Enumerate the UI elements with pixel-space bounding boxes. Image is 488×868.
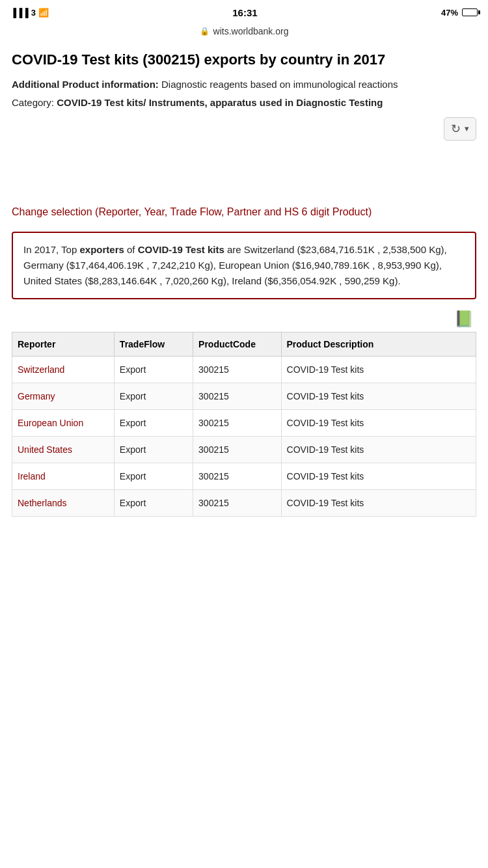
category-value: COVID-19 Test kits/ Instruments, apparat… — [57, 97, 383, 108]
battery-area: 47% — [441, 8, 478, 18]
tradeflow-cell: Export — [114, 383, 193, 409]
productcode-cell: 300215 — [193, 463, 281, 489]
tradeflow-cell: Export — [114, 489, 193, 516]
productcode-cell: 300215 — [193, 436, 281, 463]
signal-bars: ▐▐▐ — [10, 8, 29, 18]
refresh-icon: ↻ — [451, 122, 461, 136]
reporter-link[interactable]: Ireland — [18, 471, 46, 481]
reporter-link[interactable]: Netherlands — [18, 498, 67, 508]
table-row: European UnionExport300215COVID-19 Test … — [12, 409, 476, 436]
productcode-cell: 300215 — [193, 489, 281, 516]
battery-percentage: 47% — [441, 8, 458, 18]
description-cell: COVID-19 Test kits — [281, 383, 476, 409]
summary-exporters: exporters — [79, 244, 124, 255]
table-row: SwitzerlandExport300215COVID-19 Test kit… — [12, 356, 476, 383]
reporter-link[interactable]: United States — [18, 444, 72, 455]
category-info: Category: COVID-19 Test kits/ Instrument… — [12, 96, 476, 111]
clock: 16:31 — [232, 7, 257, 18]
excel-icon[interactable]: 📗 — [454, 310, 474, 328]
page-title: COVID-19 Test kits (300215) exports by c… — [12, 51, 476, 70]
description-cell: COVID-19 Test kits — [281, 436, 476, 463]
category-label: Category: — [12, 97, 54, 108]
main-content: COVID-19 Test kits (300215) exports by c… — [0, 42, 488, 530]
summary-box: In 2017, Top exporters of COVID-19 Test … — [12, 232, 476, 299]
excel-icon-row: 📗 — [12, 310, 476, 328]
table-row: IrelandExport300215COVID-19 Test kits — [12, 463, 476, 489]
battery-icon — [462, 8, 478, 16]
lock-icon: 🔒 — [200, 27, 210, 36]
signal-area: ▐▐▐ 3 📶 — [10, 8, 49, 18]
tradeflow-cell: Export — [114, 356, 193, 383]
col-header-description: Product Description — [281, 332, 476, 356]
tradeflow-cell: Export — [114, 463, 193, 489]
reporter-link[interactable]: European Union — [18, 418, 83, 428]
table-row: GermanyExport300215COVID-19 Test kits — [12, 383, 476, 409]
reporter-link[interactable]: Switzerland — [18, 364, 64, 375]
description-cell: COVID-19 Test kits — [281, 489, 476, 516]
tradeflow-cell: Export — [114, 409, 193, 436]
data-table: Reporter TradeFlow ProductCode Product D… — [12, 332, 476, 517]
summary-middle: of — [124, 244, 138, 255]
reporter-link[interactable]: Germany — [18, 391, 55, 401]
col-header-productcode: ProductCode — [193, 332, 281, 356]
refresh-btn-row: ↻ ▾ — [12, 117, 476, 141]
description-cell: COVID-19 Test kits — [281, 409, 476, 436]
productcode-cell: 300215 — [193, 409, 281, 436]
status-bar: ▐▐▐ 3 📶 16:31 47% — [0, 0, 488, 23]
description-cell: COVID-19 Test kits — [281, 463, 476, 489]
refresh-button[interactable]: ↻ ▾ — [444, 117, 476, 141]
dropdown-arrow-icon: ▾ — [465, 124, 469, 133]
url-text: wits.worldbank.org — [213, 26, 289, 36]
network-number: 3 — [31, 8, 36, 18]
description-cell: COVID-19 Test kits — [281, 356, 476, 383]
product-info-value: Diagnostic reagents based on immunologic… — [161, 79, 398, 90]
productcode-cell: 300215 — [193, 383, 281, 409]
product-info-label: Additional Product information: — [12, 79, 159, 90]
col-header-tradeflow: TradeFlow — [114, 332, 193, 356]
table-row: United StatesExport300215COVID-19 Test k… — [12, 436, 476, 463]
summary-prefix: In 2017, Top — [23, 244, 79, 255]
change-selection-link[interactable]: Change selection (Reporter, Year, Trade … — [12, 204, 476, 220]
chart-area — [12, 146, 476, 198]
table-row: NetherlandsExport300215COVID-19 Test kit… — [12, 489, 476, 516]
url-bar[interactable]: 🔒 wits.worldbank.org — [0, 23, 488, 42]
col-header-reporter: Reporter — [12, 332, 115, 356]
productcode-cell: 300215 — [193, 356, 281, 383]
summary-product: COVID-19 Test kits — [138, 244, 224, 255]
table-header-row: Reporter TradeFlow ProductCode Product D… — [12, 332, 476, 356]
tradeflow-cell: Export — [114, 436, 193, 463]
wifi-icon: 📶 — [38, 8, 49, 18]
product-info: Additional Product information: Diagnost… — [12, 77, 476, 92]
